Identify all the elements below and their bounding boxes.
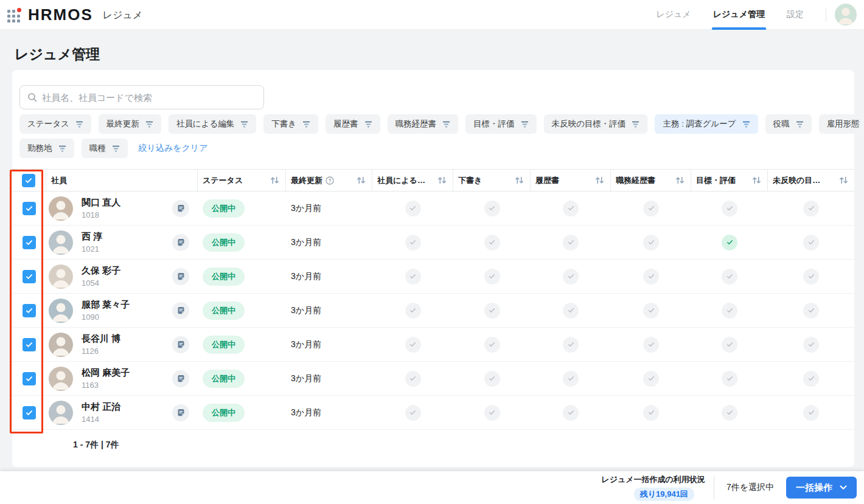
filter-row-1: ステータス 最終更新 社員による編集 下書き 履歴書 職務経歴書 目標・評価 未… [19,114,864,134]
user-avatar[interactable] [835,4,857,26]
rirekisho-cell [531,371,611,387]
employee-edit-cell [372,405,453,421]
table-row[interactable]: 西 淳 1021 公開中 3か月前 [12,226,854,260]
memo-icon[interactable] [172,200,189,217]
column-header-employee[interactable]: 社員 [46,170,198,191]
check-icon [484,337,500,353]
row-checkbox[interactable] [23,202,36,215]
filter-chip-employment-type[interactable]: 雇用形態 [819,114,864,134]
filter-chip-goals-evaluation[interactable]: 目標・評価 [465,114,537,134]
employee-name[interactable]: 西 淳 [82,231,102,243]
table-row[interactable]: 中村 正治 1414 公開中 3か月前 [12,396,854,430]
status-cell: 公開中 [198,199,286,218]
sort-icon[interactable] [595,176,604,184]
nav-item-resume[interactable]: レジュメ [645,0,702,30]
employee-cell: 西 淳 1021 [46,230,198,255]
check-icon [484,269,500,285]
row-checkbox[interactable] [23,270,36,283]
sort-icon[interactable] [270,176,279,184]
rirekisho-cell [531,303,611,319]
resume-list-card: ステータス 最終更新 社員による編集 下書き 履歴書 職務経歴書 目標・評価 未… [12,70,854,467]
filter-chip-employee-edit[interactable]: 社員による編集 [169,114,256,134]
filter-chip-unreflected-goals[interactable]: 未反映の目標・評価 [544,114,648,134]
sort-icon[interactable] [752,176,761,184]
column-header-last-updated[interactable]: 最終更新? [286,170,372,191]
help-icon[interactable]: ? [326,176,334,185]
column-header-unreflected-goals[interactable]: 未反映の目… [768,170,854,191]
employee-avatar [49,367,73,391]
employee-avatar [49,264,73,289]
select-all-checkbox[interactable] [22,174,35,187]
table-row[interactable]: 関口 直人 1018 公開中 3か月前 [12,192,854,226]
memo-icon[interactable] [172,336,189,353]
employee-name[interactable]: 松岡 麻美子 [82,367,130,379]
sort-icon[interactable] [839,176,848,184]
table-row[interactable]: 松岡 麻美子 1163 公開中 3か月前 [12,362,854,396]
shokumukeirekisho-cell [611,303,691,319]
row-checkbox[interactable] [23,338,36,351]
check-icon [405,269,421,285]
brand: HRMOS レジュメ [7,5,142,24]
filter-chip-last-updated[interactable]: 最終更新 [99,114,161,134]
sort-icon[interactable] [515,176,524,184]
table-row[interactable]: 長谷川 博 1126 公開中 3か月前 [12,328,854,362]
check-icon [722,371,737,387]
employee-name[interactable]: 中村 正治 [82,401,120,413]
filter-chip-draft[interactable]: 下書き [263,114,318,134]
filter-chip-work-location[interactable]: 勤務地 [19,139,74,158]
employee-meta: 松岡 麻美子 1163 [82,367,130,390]
rirekisho-cell [531,201,611,216]
row-checkbox[interactable] [23,236,36,249]
employee-name[interactable]: 服部 菜々子 [82,299,130,311]
row-checkbox[interactable] [23,304,36,317]
filter-chip-status[interactable]: ステータス [19,114,91,134]
filter-row-2: 勤務地 職種 絞り込みをクリア [19,139,207,158]
table-row[interactable]: 久保 彩子 1054 公開中 3か月前 [12,260,854,294]
row-checkbox[interactable] [23,406,36,419]
column-header-rirekisho[interactable]: 履歴書 [531,170,611,191]
hrmos-logo-icon[interactable] [7,8,22,22]
check-icon [563,371,579,387]
draft-cell [453,235,531,250]
goals-evaluation-cell [691,303,768,319]
filter-chip-primary-duty-active[interactable]: 主務 : 調査グループ [655,114,758,134]
brand-wordmark: HRMOS [28,5,93,24]
memo-icon[interactable] [172,404,189,421]
memo-icon[interactable] [172,268,189,285]
column-header-draft[interactable]: 下書き [453,170,531,191]
filter-chip-position[interactable]: 役職 [765,114,812,134]
draft-cell [453,337,531,353]
page-title: レジュメ管理 [15,45,100,64]
filter-chip-rirekisho[interactable]: 履歴書 [326,114,380,134]
filter-icon [364,121,372,128]
sort-icon[interactable] [675,176,685,184]
search-input[interactable] [42,92,256,103]
sort-icon[interactable] [357,176,366,184]
memo-icon[interactable] [172,370,189,387]
check-icon [643,235,659,250]
memo-icon[interactable] [172,302,189,319]
column-header-shokumukeirekisho[interactable]: 職務経歴書 [611,170,691,191]
row-checkbox[interactable] [23,372,36,385]
goals-evaluation-cell [691,201,768,216]
table-row[interactable]: 服部 菜々子 1090 公開中 3か月前 [12,294,854,328]
employee-name[interactable]: 長谷川 博 [82,333,120,345]
column-header-employee-edit[interactable]: 社員による… [372,170,453,191]
sort-icon[interactable] [437,176,447,184]
employee-name[interactable]: 久保 彩子 [82,265,120,277]
filter-chip-job-type[interactable]: 職種 [82,139,128,158]
column-header-goals-evaluation[interactable]: 目標・評価 [691,170,768,191]
shokumukeirekisho-cell [611,235,691,250]
employee-meta: 西 淳 1021 [82,231,102,254]
employee-edit-cell [372,201,453,216]
filter-chip-shokumukeirekisho[interactable]: 職務経歴書 [388,114,459,134]
memo-icon[interactable] [172,234,189,251]
clear-filters-link[interactable]: 絞り込みをクリア [139,143,208,154]
nav-item-settings[interactable]: 設定 [776,0,815,30]
column-header-status[interactable]: ステータス [198,170,286,191]
draft-cell [453,405,531,421]
nav-item-resume-management[interactable]: レジュメ管理 [702,0,776,30]
goals-evaluation-cell [691,235,768,250]
employee-name[interactable]: 関口 直人 [82,197,120,209]
bulk-action-button[interactable]: 一括操作 [786,477,857,499]
